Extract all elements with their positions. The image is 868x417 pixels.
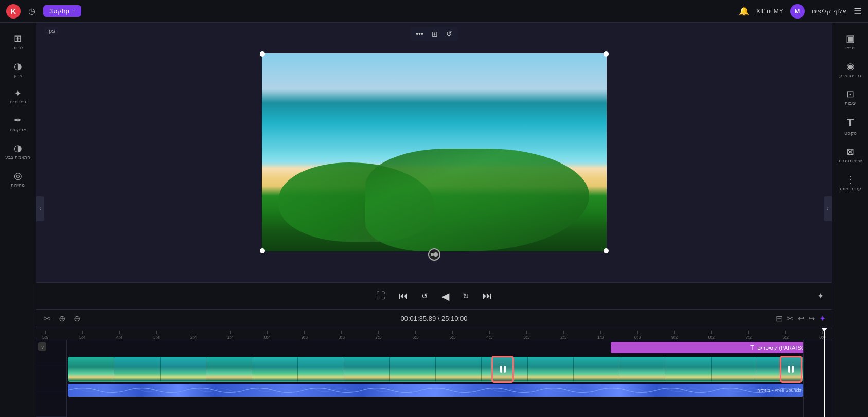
user-avatar[interactable]: M <box>790 4 805 19</box>
sidebar-label-color: צבע <box>14 73 22 78</box>
resize-handle-br[interactable] <box>604 248 609 253</box>
sidebar-label-effects: אפקטים <box>10 127 26 132</box>
title-track: (PARAISO) קסיטרים T <box>36 340 832 355</box>
right-sidebar-item-brand-kit[interactable]: ⋮ ערכת מותג <box>835 170 866 195</box>
sidebar-item-speed[interactable]: ◎ מהירות <box>3 166 33 192</box>
right-sidebar-item-transform[interactable]: ⊠ שינוי מסגרת <box>835 142 866 168</box>
video-thumb <box>436 357 482 381</box>
pause-marker-right[interactable] <box>780 356 802 383</box>
preview-more-icon[interactable]: ••• <box>414 29 426 39</box>
ruler-mark: 4:4 <box>116 331 123 340</box>
ruler-mark: 7:2 <box>746 331 752 340</box>
fullscreen-button[interactable]: ⛶ <box>374 288 387 303</box>
color-icon: ◑ <box>14 61 22 72</box>
timeline-save-icon[interactable]: ⊟ <box>776 314 783 323</box>
skip-back-button[interactable]: ⏮ <box>397 288 410 303</box>
clips-button[interactable]: אלוף קליפים <box>812 8 846 15</box>
title-clip[interactable]: (PARAISO) קסיטרים T <box>611 342 811 353</box>
play-button[interactable]: ◀ <box>439 288 451 304</box>
filters-icon: ✦ <box>14 88 21 98</box>
ruler-mark: 8:2 <box>708 331 715 340</box>
pause-icon-bar-1 <box>500 366 502 373</box>
right-sidebar-item-stabilize[interactable]: ⊡ יציבות <box>835 84 866 110</box>
video-scene <box>262 53 607 251</box>
ruler-mark: 8:3 <box>338 331 345 340</box>
cut-tool-button[interactable]: ✂ <box>42 312 52 325</box>
top-bar-right: 🔔 MY יוֹד'XT M אלוף קליפים ☰ <box>739 4 862 19</box>
sidebar-label-adjust-color: התאמת צבע <box>5 155 30 160</box>
sidebar-item-color[interactable]: ◑ צבע <box>3 57 33 82</box>
forward-5s-button[interactable]: ↻ <box>460 289 471 303</box>
video-thumb <box>390 357 436 381</box>
right-sidebar-item-text[interactable]: T טקסט <box>835 112 866 140</box>
right-sidebar-toggle[interactable]: › <box>824 196 832 221</box>
zoom-out-button[interactable]: ⊖ <box>72 312 82 325</box>
timeline-redo-icon[interactable]: ↪ <box>808 314 815 323</box>
playhead[interactable] <box>824 328 825 340</box>
right-label-stabilize: יציבות <box>845 101 856 106</box>
sidebar-label-panels: לוחות <box>12 45 23 50</box>
right-sidebar-item-video[interactable]: ▣ וידיאו <box>835 29 866 55</box>
effects-icon: ✒ <box>14 115 22 126</box>
adjust-color-icon: ◑ <box>14 142 22 154</box>
timeline-undo-icon[interactable]: ↩ <box>798 314 804 323</box>
timeline-ruler: 5:9 5:4 4:4 3:4 2:4 1:4 0:4 9:3 8:3 7:3 … <box>36 328 832 340</box>
fps-badge: fps <box>44 27 58 35</box>
scrub-handle[interactable] <box>428 248 440 261</box>
video-thumb <box>344 357 390 381</box>
timeline-toolbar-right: ⊟ ✂ ↩ ↪ ✦ <box>776 314 826 323</box>
playback-controls: ⛶ ⏮ ↺ ◀ ↻ ⏭ ✦ <box>36 282 832 309</box>
video-clip-strip[interactable] <box>68 357 803 382</box>
timeline-panel: ✂ ⊕ ⊖ 25:10:00 \ 00:01:35.89 ⊟ ✂ ↩ ↪ ✦ 5… <box>36 309 832 417</box>
sidebar-item-effects[interactable]: ✒ אפקטים <box>3 111 33 136</box>
sidebar-item-panels[interactable]: ⊞ לוחות <box>3 29 33 55</box>
left-sidebar: ⊞ לוחות ◑ צבע ✦ פילטרים ✒ אפקטים ◑ התאמת… <box>0 23 36 417</box>
top-bar-left: K ◷ 3קסhp ↑ <box>6 4 81 19</box>
ruler-mark: 9:2 <box>671 331 678 340</box>
ruler-mark: 1:3 <box>597 331 604 340</box>
ruler-mark: 2:3 <box>560 331 567 340</box>
video-thumb <box>712 357 757 381</box>
pause-marker-left[interactable] <box>491 356 514 383</box>
ruler-mark: 2:4 <box>190 331 197 340</box>
resize-handle-tr[interactable] <box>604 51 609 57</box>
left-sidebar-toggle[interactable]: ‹ <box>36 196 44 221</box>
preview-loop-icon[interactable]: ↺ <box>444 29 454 39</box>
timeline-tracks: (PARAISO) קסיטרים T <box>36 340 832 417</box>
zoom-in-button[interactable]: ⊕ <box>57 312 67 325</box>
playback-right: ✦ <box>817 291 824 301</box>
sidebar-item-filters[interactable]: ✦ פילטרים <box>3 84 33 108</box>
history-icon[interactable]: ◷ <box>25 4 39 19</box>
magic-edit-icon[interactable]: ✦ <box>817 291 824 301</box>
video-thumb <box>574 357 619 381</box>
audio-waveform[interactable]: Free Sounds - מוזיקה <box>68 384 803 397</box>
preview-layout-icon[interactable]: ⊞ <box>430 29 440 39</box>
sidebar-item-adjust-color[interactable]: ◑ התאמת צבע <box>3 138 33 164</box>
stabilize-icon: ⊡ <box>846 88 854 100</box>
right-label-text: טקסט <box>844 131 857 136</box>
ruler-mark: 3:3 <box>523 331 530 340</box>
ruler-mark: 6:3 <box>412 331 419 340</box>
right-sidebar-item-color-grade[interactable]: ◉ גרדינג צבע <box>835 57 866 82</box>
right-label-video: וידיאו <box>845 45 855 50</box>
video-thumb <box>161 357 206 381</box>
speed-icon: ◎ <box>14 170 22 182</box>
timeline-scissors-icon[interactable]: ✂ <box>787 314 793 323</box>
user-name-label: MY יוֹד'XT <box>756 8 783 15</box>
ruler-mark: 7:3 <box>375 331 382 340</box>
preview-area: fps ••• ⊞ ↺ <box>36 23 832 282</box>
resize-handle-bl[interactable] <box>260 248 265 253</box>
right-label-transform: שינוי מסגרת <box>839 158 862 164</box>
collapse-button[interactable]: ∨ <box>38 342 46 351</box>
back-5s-button[interactable]: ↺ <box>419 289 430 303</box>
timeline-magic-icon[interactable]: ✦ <box>819 314 826 323</box>
notification-icon[interactable]: 🔔 <box>739 6 749 16</box>
project-name-button[interactable]: 3קסhp ↑ <box>43 5 81 17</box>
skip-forward-button[interactable]: ⏭ <box>481 288 494 303</box>
ruler-mark: 9:3 <box>301 331 308 340</box>
timeline-left-panel <box>36 340 67 417</box>
menu-icon[interactable]: ☰ <box>854 6 862 17</box>
preview-toolbar: ••• ⊞ ↺ <box>410 27 458 41</box>
k-button[interactable]: K <box>6 4 21 19</box>
resize-handle-tl[interactable] <box>260 51 265 57</box>
